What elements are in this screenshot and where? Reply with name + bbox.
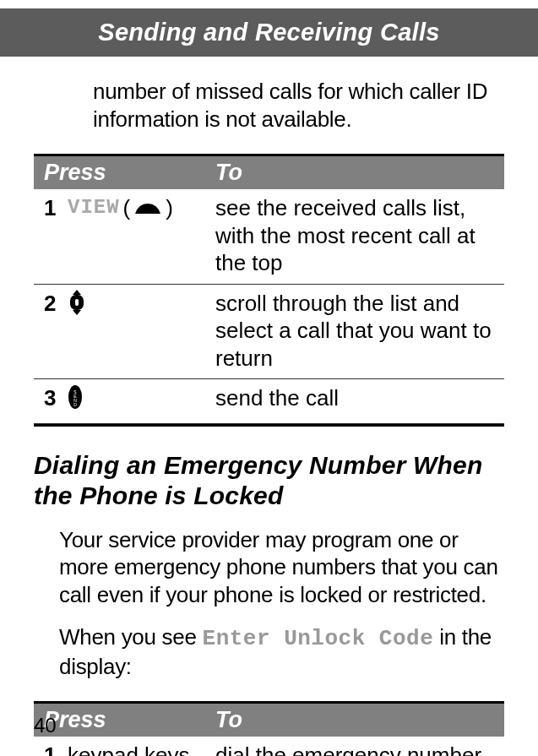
svg-marker-2 xyxy=(73,310,81,315)
step-number: 2 xyxy=(44,290,68,318)
press-cell: 1 keypad keys xyxy=(34,742,215,756)
table-header-row: Press To xyxy=(34,704,504,737)
svg-text:D: D xyxy=(73,402,77,407)
to-cell: scroll through the list and select a cal… xyxy=(215,290,504,373)
scroll-key-icon xyxy=(68,290,86,322)
display-code-text: Enter Unlock Code xyxy=(203,626,434,651)
paren-open: ( xyxy=(123,194,131,222)
table-row: 1 keypad keys dial the emergency number … xyxy=(34,737,504,756)
view-softkey-label: VIEW xyxy=(68,195,120,220)
page-number: 40 xyxy=(34,714,57,737)
press-cell: 1 VIEW ( ) xyxy=(34,194,215,277)
body-paragraph: Your service provider may program one or… xyxy=(59,526,504,609)
page-content: number of missed calls for which caller … xyxy=(0,78,538,756)
to-cell: see the received calls list, with the mo… xyxy=(215,194,504,277)
step-number: 3 xyxy=(44,384,68,412)
svg-rect-3 xyxy=(75,299,79,306)
step-number: 1 xyxy=(44,194,68,222)
col-press-header: Press xyxy=(34,707,215,733)
svg-marker-1 xyxy=(73,290,81,295)
to-cell: dial the emergency number (such as 911) xyxy=(215,742,504,756)
softkey-icon xyxy=(133,194,162,222)
page-banner: Sending and Receiving Calls xyxy=(0,8,538,57)
section-heading: Dialing an Emergency Number When the Pho… xyxy=(34,450,504,511)
table-row: 3 S E N D send the call xyxy=(34,379,504,424)
key-spec: S E N D xyxy=(68,384,83,416)
table-header-row: Press To xyxy=(34,156,504,189)
table-row: 1 VIEW ( ) see the received calls list, … xyxy=(34,189,504,285)
paren-close: ) xyxy=(166,194,173,222)
key-spec: VIEW ( ) xyxy=(68,194,173,222)
table-row: 2 scroll through the list and select a c… xyxy=(34,285,504,380)
to-cell: send the call xyxy=(215,384,504,416)
col-press-header: Press xyxy=(34,160,215,186)
send-key-icon: S E N D xyxy=(68,384,83,416)
key-spec xyxy=(68,290,86,322)
text-pre: When you see xyxy=(59,624,203,650)
press-cell: 2 xyxy=(34,290,215,373)
table-emergency: Press To 1 keypad keys dial the emergenc… xyxy=(34,701,504,756)
col-to-header: To xyxy=(215,707,504,733)
body-paragraph: When you see Enter Unlock Code in the di… xyxy=(59,623,504,680)
continuation-text: number of missed calls for which caller … xyxy=(93,78,504,133)
col-to-header: To xyxy=(215,160,504,186)
table-end-rule xyxy=(34,424,504,427)
step-number: 1 xyxy=(44,742,68,756)
table-received-calls: Press To 1 VIEW ( ) see the received cal… xyxy=(34,154,504,427)
key-spec: keypad keys xyxy=(68,742,190,756)
press-cell: 3 S E N D xyxy=(34,384,215,416)
